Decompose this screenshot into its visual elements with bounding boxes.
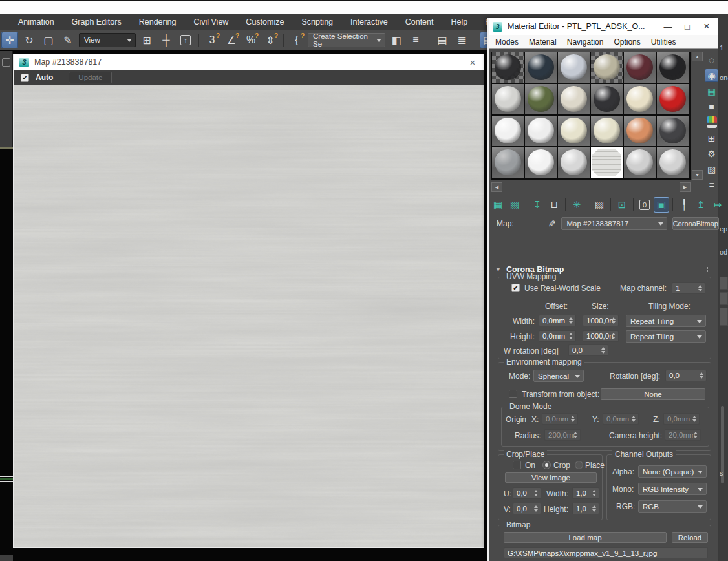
material-slot[interactable] <box>657 84 689 114</box>
material-slot[interactable] <box>591 84 623 114</box>
map-channel-field[interactable]: 1 <box>672 282 705 294</box>
height-tiling-dropdown[interactable]: Repeat Tiling <box>626 330 706 343</box>
make-preview-icon[interactable]: ⊞ <box>705 131 718 145</box>
pick-material-eyedropper-icon[interactable]: ✎ <box>546 220 557 228</box>
slots-vertical-scrollbar[interactable]: ▲ ▼ <box>692 52 703 180</box>
scroll-right-icon[interactable]: ▶ <box>680 182 691 192</box>
menu-rendering[interactable]: Rendering <box>139 17 177 26</box>
me-menu-modes[interactable]: Modes <box>495 37 519 47</box>
reference-coordinate-dropdown[interactable]: View <box>79 33 136 47</box>
mono-dropdown[interactable]: RGB Intensity <box>638 483 707 495</box>
rgb-dropdown[interactable]: RGB <box>638 500 707 513</box>
snaps-toggle-3d-icon[interactable]: 3? <box>204 32 220 48</box>
minimize-icon[interactable]: — <box>661 22 675 32</box>
material-slot[interactable] <box>492 147 524 178</box>
camera-height-field[interactable]: 20,0mm <box>665 429 701 441</box>
angle-snap-icon[interactable]: ∠? <box>223 32 240 48</box>
material-slot[interactable] <box>624 116 656 146</box>
map-name-dropdown[interactable]: Map #2138387817 <box>561 217 667 230</box>
background-icon[interactable]: ▦ <box>705 84 718 98</box>
material-slot[interactable] <box>657 116 689 146</box>
me-menu-material[interactable]: Material <box>529 37 557 47</box>
select-and-place-icon[interactable]: ✎ <box>59 32 76 48</box>
options-icon[interactable]: ⚙ <box>705 147 718 160</box>
width-tiling-dropdown[interactable]: Repeat Tiling <box>626 315 706 327</box>
video-color-check-icon[interactable] <box>707 116 717 128</box>
rollout-collapse-icon[interactable]: ▼ <box>495 266 501 273</box>
put-to-library-icon[interactable]: ⊡ <box>614 197 630 213</box>
crop-on-checkbox[interactable] <box>513 461 521 469</box>
close-icon[interactable]: × <box>700 21 714 32</box>
maximize-icon[interactable]: □ <box>680 22 694 32</box>
scroll-up-icon[interactable]: ▲ <box>692 52 703 61</box>
material-slot[interactable] <box>558 84 590 114</box>
material-slot[interactable] <box>492 84 524 114</box>
width-offset-field[interactable]: 0,0mm <box>539 315 576 326</box>
show-shaded-material-in-viewport-icon[interactable]: ▣ <box>654 197 669 213</box>
window-crossing-icon[interactable]: ⊞ <box>138 32 155 48</box>
material-slot[interactable] <box>558 147 590 178</box>
assign-material-to-selection-icon[interactable]: ↧ <box>530 197 545 213</box>
menu-content[interactable]: Content <box>405 17 434 26</box>
show-end-result-icon[interactable]: ╿ <box>676 197 692 213</box>
menu-civil-view[interactable]: Civil View <box>193 17 228 26</box>
origin-z-field[interactable]: 0,0mm <box>663 413 700 425</box>
material-slot[interactable] <box>492 116 524 146</box>
material-slot[interactable] <box>624 84 656 114</box>
me-menu-utilities[interactable]: Utilities <box>651 37 676 47</box>
material-slot[interactable] <box>624 52 656 83</box>
go-forward-to-sibling-icon[interactable]: ↦ <box>710 197 725 213</box>
select-and-rotate-icon[interactable]: ↻ <box>21 32 37 48</box>
spinner-snap-icon[interactable]: ⇕? <box>262 32 279 48</box>
pivot-center-icon[interactable]: ┼ <box>158 32 175 48</box>
scroll-left-icon[interactable]: ◀ <box>491 182 502 192</box>
reload-button[interactable]: Reload <box>672 532 708 543</box>
bitmap-path-field[interactable]: G:\XSMP\mapsX\xmppmax_v1_9_1_13_r.jpg <box>504 547 708 558</box>
radius-field[interactable]: 200,0mr <box>544 429 581 441</box>
get-material-icon[interactable]: ▦ <box>490 197 506 213</box>
menu-scripting[interactable]: Scripting <box>301 17 333 26</box>
menu-interactive[interactable]: Interactive <box>350 17 388 26</box>
rollout-drag-handle-icon[interactable] <box>706 266 712 273</box>
material-slot[interactable] <box>525 116 557 146</box>
material-slot[interactable] <box>591 52 623 83</box>
put-material-to-scene-icon[interactable]: ▨ <box>507 197 522 213</box>
w-rotation-field[interactable]: 0,0 <box>568 344 608 356</box>
view-image-button[interactable]: View Image <box>505 472 597 483</box>
backlight-icon[interactable]: ◉ <box>705 69 718 82</box>
select-by-material-icon[interactable]: ▧ <box>705 162 718 176</box>
select-and-move-icon[interactable]: ✛ <box>1 32 18 48</box>
select-object-icon[interactable]: ↑ <box>177 32 194 48</box>
align-icon[interactable]: ≡ <box>407 32 424 48</box>
material-slot[interactable] <box>591 116 623 146</box>
menu-help[interactable]: Help <box>451 17 468 26</box>
crop-radio[interactable] <box>542 461 551 469</box>
material-slot[interactable] <box>525 84 557 114</box>
material-slot[interactable] <box>558 116 590 146</box>
reset-map-icon[interactable]: ⊔ <box>546 197 562 213</box>
crop-u-field[interactable]: 0,0 <box>513 487 541 499</box>
select-and-scale-icon[interactable]: ▢ <box>40 32 57 48</box>
make-unique-icon[interactable]: ▨ <box>592 197 607 213</box>
material-slot[interactable] <box>525 52 557 83</box>
material-slot[interactable] <box>558 52 590 83</box>
scroll-down-icon[interactable]: ▼ <box>692 170 703 180</box>
origin-y-field[interactable]: 0,0mm <box>603 413 639 425</box>
material-slot[interactable] <box>624 147 656 178</box>
load-map-button[interactable]: Load map <box>504 532 667 543</box>
update-button[interactable]: Update <box>69 72 112 83</box>
manage-layers-icon[interactable]: ≣ <box>453 32 470 48</box>
material-slot[interactable] <box>525 147 557 178</box>
auto-checkbox[interactable]: ✔ <box>21 74 29 82</box>
sample-uv-tiling-icon[interactable]: ■ <box>705 100 718 113</box>
crop-width-field[interactable]: 1,0 <box>572 487 599 499</box>
menu-graph-editors[interactable]: Graph Editors <box>72 17 122 26</box>
origin-x-field[interactable]: 0,0mm <box>542 413 578 425</box>
menu-animation[interactable]: Animation <box>18 17 54 26</box>
material-slot[interactable] <box>657 147 689 178</box>
go-to-parent-icon[interactable]: ↥ <box>693 197 709 213</box>
height-size-field[interactable]: 1000,0n <box>583 330 619 342</box>
named-selection-set-dropdown[interactable]: Create Selection Se <box>308 33 385 47</box>
height-offset-field[interactable]: 0,0mm <box>539 330 576 342</box>
width-size-field[interactable]: 1000,0n <box>583 315 619 326</box>
